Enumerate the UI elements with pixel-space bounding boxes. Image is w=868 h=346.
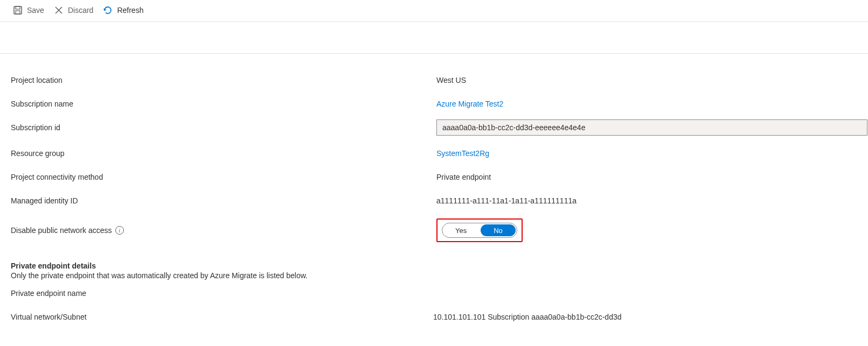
toggle-no[interactable]: No: [481, 224, 516, 236]
disable-public-label: Disable public network access: [11, 226, 112, 235]
toggle-highlight: Yes No: [436, 218, 523, 242]
private-endpoint-section: Private endpoint details Only the privat…: [11, 262, 868, 280]
endpoint-name-label: Private endpoint name: [11, 289, 436, 298]
svg-rect-0: [14, 6, 22, 14]
vnet-label: Virtual network/Subnet: [11, 313, 436, 321]
subscription-id-input[interactable]: [436, 119, 867, 136]
refresh-button[interactable]: Refresh: [103, 5, 143, 15]
resource-group-link[interactable]: SystemTest2Rg: [436, 149, 489, 158]
toggle-yes[interactable]: Yes: [442, 223, 480, 237]
discard-label: Discard: [68, 6, 93, 15]
close-icon: [54, 5, 64, 15]
save-icon: [13, 5, 23, 15]
managed-identity-row: Managed identity ID a1111111-a111-11a1-1…: [11, 190, 868, 211]
resource-group-label: Resource group: [11, 149, 436, 158]
managed-identity-value: a1111111-a111-11a1-1a11-a111111111a: [436, 196, 868, 205]
info-icon[interactable]: i: [115, 226, 124, 235]
project-location-value: West US: [436, 76, 868, 84]
managed-identity-label: Managed identity ID: [11, 196, 436, 205]
refresh-icon: [103, 5, 113, 15]
subscription-name-row: Subscription name Azure Migrate Test2: [11, 94, 868, 114]
subscription-name-label: Subscription name: [11, 100, 436, 108]
save-label: Save: [27, 6, 44, 15]
disable-public-row: Disable public network access i Yes No: [11, 218, 868, 242]
project-location-row: Project location West US: [11, 70, 868, 90]
discard-button[interactable]: Discard: [54, 5, 93, 15]
disable-public-toggle[interactable]: Yes No: [442, 223, 517, 238]
vnet-value: 10.101.101.101 Subscription aaaa0a0a-bb1…: [433, 313, 865, 321]
resource-group-row: Resource group SystemTest2Rg: [11, 143, 868, 164]
connectivity-method-label: Project connectivity method: [11, 173, 436, 181]
svg-rect-2: [16, 11, 20, 14]
vnet-row: Virtual network/Subnet 10.101.101.101 Su…: [11, 307, 868, 327]
save-button[interactable]: Save: [13, 5, 44, 15]
refresh-label: Refresh: [117, 6, 143, 15]
subscription-id-row: Subscription id: [11, 117, 868, 138]
section-desc: Only the private endpoint that was autom…: [11, 271, 868, 280]
subscription-name-link[interactable]: Azure Migrate Test2: [436, 100, 503, 108]
connectivity-method-value: Private endpoint: [436, 173, 868, 181]
properties-content: Project location West US Subscription na…: [0, 53, 868, 327]
connectivity-method-row: Project connectivity method Private endp…: [11, 167, 868, 187]
endpoint-name-row: Private endpoint name: [11, 283, 868, 303]
section-title: Private endpoint details: [11, 262, 868, 270]
project-location-label: Project location: [11, 76, 436, 84]
subscription-id-label: Subscription id: [11, 123, 436, 132]
toolbar: Save Discard Refresh: [0, 0, 868, 22]
